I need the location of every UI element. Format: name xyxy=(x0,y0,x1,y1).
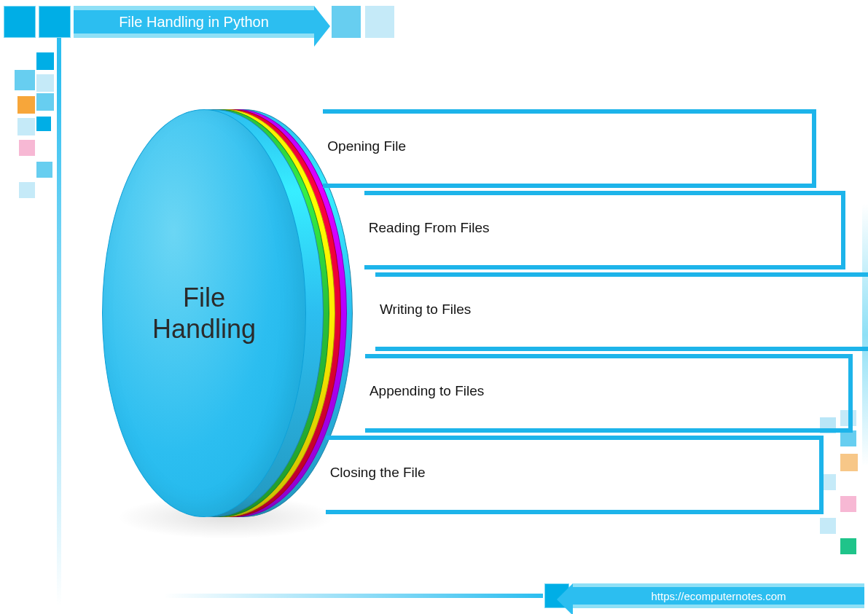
header-bar: File Handling in Python xyxy=(4,6,394,38)
disc-3d: File Handling xyxy=(102,109,321,517)
decor-square xyxy=(17,118,35,135)
header-square xyxy=(39,6,71,38)
header-accent xyxy=(332,6,361,38)
decor-square xyxy=(36,74,54,92)
file-handling-diagram: File Handling Opening FileReading From F… xyxy=(102,109,853,532)
decor-square xyxy=(36,93,54,111)
operation-label: Writing to Files xyxy=(380,302,471,318)
vertical-divider xyxy=(57,38,61,606)
decor-square xyxy=(840,538,856,554)
operation-label: Reading From Files xyxy=(369,220,490,236)
disc-face: File Handling xyxy=(102,109,306,517)
footer-banner: https://ecomputernotes.com xyxy=(573,583,864,608)
decor-square xyxy=(17,96,35,114)
footer-credit: https://ecomputernotes.com xyxy=(651,590,786,602)
operation-label: Closing the File xyxy=(330,465,426,481)
decor-square xyxy=(36,52,54,70)
title-banner: File Handling in Python xyxy=(74,6,314,38)
operation-label: Appending to Files xyxy=(370,383,484,399)
footer-divider xyxy=(164,594,543,598)
page-title: File Handling in Python xyxy=(119,14,269,31)
header-square xyxy=(4,6,36,38)
decor-square xyxy=(36,117,51,131)
header-accent xyxy=(365,6,394,38)
decor-square xyxy=(19,140,35,156)
disc-title: File Handling xyxy=(152,282,256,345)
operation-label: Opening File xyxy=(327,138,406,154)
decor-square xyxy=(15,70,35,90)
decor-square xyxy=(36,162,52,178)
decor-square xyxy=(19,182,35,198)
